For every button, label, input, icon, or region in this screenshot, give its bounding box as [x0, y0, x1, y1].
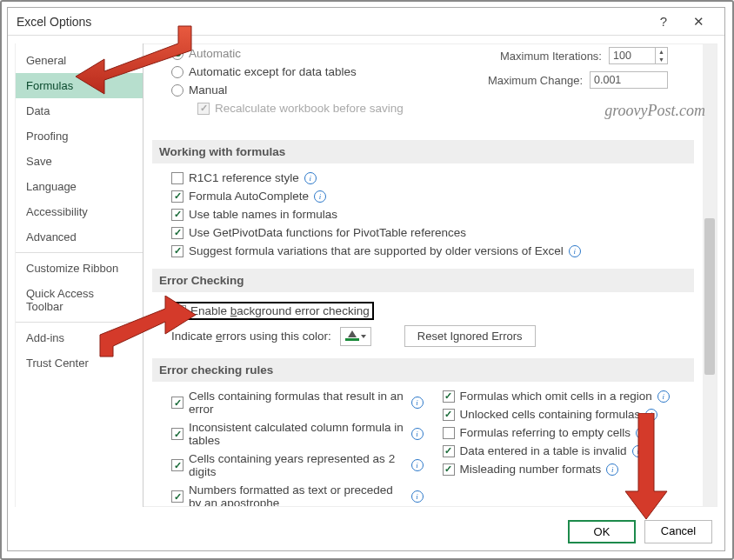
iteration-params: Maximum Iterations: 100▲▼ Maximum Change… — [488, 47, 668, 96]
info-icon[interactable] — [569, 245, 581, 257]
chk-rule[interactable] — [443, 390, 455, 403]
max-change-value: 0.001 — [594, 74, 621, 86]
opt-automatic-label: Automatic — [189, 47, 241, 60]
rule-label: Cells containing formulas that result in… — [189, 390, 406, 416]
enable-bg-error-checking-highlight: Enable background error checking — [171, 302, 374, 320]
info-icon[interactable] — [411, 490, 424, 503]
recalc-label: Recalculate workbook before saving — [215, 102, 404, 115]
lbl-suggest: Suggest formula variations that are supp… — [189, 244, 564, 257]
chk-suggest-variations[interactable] — [171, 245, 184, 257]
lbl-indicate-color: Indicate errors using this color: — [171, 330, 331, 343]
chk-rule[interactable] — [443, 463, 455, 476]
dialog-title: Excel Options — [17, 15, 91, 29]
chk-rule[interactable] — [171, 490, 184, 503]
rule-label: Unlocked cells containing formulas — [460, 408, 641, 421]
rule-label: Formulas which omit cells in a region — [460, 390, 652, 403]
rule-label: Numbers formatted as text or preceded by… — [189, 483, 406, 507]
rule-label: Data entered in a table is invalid — [460, 444, 627, 457]
rule-label: Formulas referring to empty cells — [460, 426, 631, 439]
sidebar-item-formulas[interactable]: Formulas — [16, 73, 143, 98]
info-icon[interactable] — [411, 459, 424, 471]
cancel-button[interactable]: Cancel — [644, 520, 712, 543]
sidebar-item-save[interactable]: Save — [16, 149, 143, 174]
info-icon[interactable] — [606, 463, 618, 476]
chk-rule[interactable] — [171, 428, 184, 440]
section-working-with-formulas: Working with formulas — [152, 140, 694, 163]
max-iterations-value: 100 — [613, 50, 631, 62]
watermark: groovyPost.com — [604, 102, 705, 120]
chk-r1c1[interactable] — [171, 172, 184, 184]
chk-rule[interactable] — [171, 459, 184, 471]
chk-enable-bg-error-checking[interactable] — [174, 305, 186, 317]
sidebar-item-general[interactable]: General — [16, 48, 143, 73]
rule-label: Inconsistent calculated column formula i… — [189, 421, 406, 447]
info-icon[interactable] — [657, 390, 670, 403]
error-color-picker[interactable] — [340, 327, 371, 346]
sidebar-item-advanced[interactable]: Advanced — [16, 224, 143, 250]
sidebar-item-accessibility[interactable]: Accessibility — [16, 199, 143, 224]
chk-recalc-on-save — [197, 103, 210, 115]
category-sidebar: General Formulas Data Proofing Save Lang… — [15, 43, 143, 507]
info-icon[interactable] — [632, 445, 644, 457]
rule-label: Misleading number formats — [460, 463, 602, 476]
chk-table-names[interactable] — [171, 209, 184, 221]
sidebar-item-customize-ribbon[interactable]: Customize Ribbon — [16, 256, 143, 281]
radio-manual[interactable] — [171, 84, 184, 97]
chevron-down-icon — [361, 335, 366, 338]
info-icon[interactable] — [411, 397, 424, 409]
opt-manual-label: Manual — [189, 83, 227, 97]
titlebar: Excel Options ? ✕ — [8, 8, 724, 36]
help-button[interactable]: ? — [646, 14, 681, 29]
lbl-autocomplete: Formula AutoComplete — [189, 190, 309, 203]
opt-auto-except-label: Automatic except for data tables — [189, 65, 357, 78]
sidebar-item-data[interactable]: Data — [16, 98, 143, 123]
ok-button[interactable]: OK — [568, 520, 636, 543]
info-icon[interactable] — [645, 409, 657, 421]
sidebar-item-qat[interactable]: Quick Access Toolbar — [16, 281, 143, 319]
max-change-label: Maximum Change: — [488, 74, 583, 87]
chk-autocomplete[interactable] — [171, 190, 184, 203]
info-icon[interactable] — [411, 428, 424, 440]
info-icon[interactable] — [304, 172, 317, 184]
close-button[interactable]: ✕ — [681, 14, 716, 30]
excel-options-dialog: Excel Options ? ✕ General Formulas Data … — [7, 7, 725, 551]
section-error-rules: Error checking rules — [152, 358, 694, 382]
lbl-r1c1: R1C1 reference style — [189, 171, 299, 184]
radio-auto-except[interactable] — [171, 66, 184, 78]
radio-automatic[interactable] — [171, 48, 184, 60]
chk-rule[interactable] — [443, 445, 455, 457]
sidebar-item-trust-center[interactable]: Trust Center — [16, 350, 143, 376]
section-error-checking: Error Checking — [152, 269, 694, 292]
chk-rule[interactable] — [171, 397, 184, 409]
sidebar-item-language[interactable]: Language — [16, 174, 143, 199]
chk-getpivot[interactable] — [171, 227, 184, 239]
scroll-thumb[interactable] — [704, 218, 715, 375]
chk-rule[interactable] — [443, 409, 455, 421]
reset-ignored-errors-button[interactable]: Reset Ignored Errors — [404, 325, 536, 347]
info-icon[interactable] — [636, 427, 648, 439]
max-change-input[interactable]: 0.001 — [590, 71, 668, 89]
lbl-getpivot: Use GetPivotData functions for PivotTabl… — [189, 226, 466, 239]
lbl-enable-bg-error-checking: Enable background error checking — [190, 304, 370, 317]
sidebar-item-proofing[interactable]: Proofing — [16, 123, 143, 149]
max-iterations-label: Maximum Iterations: — [500, 50, 602, 63]
info-icon[interactable] — [314, 190, 326, 203]
lbl-table-names: Use table names in formulas — [189, 208, 337, 221]
rule-label: Cells containing years represented as 2 … — [189, 452, 406, 478]
sidebar-item-addins[interactable]: Add-ins — [16, 325, 143, 350]
chk-rule[interactable] — [443, 427, 455, 439]
max-iterations-input[interactable]: 100▲▼ — [609, 47, 668, 64]
dialog-footer: OK Cancel — [568, 520, 712, 543]
fill-color-icon — [345, 331, 359, 341]
